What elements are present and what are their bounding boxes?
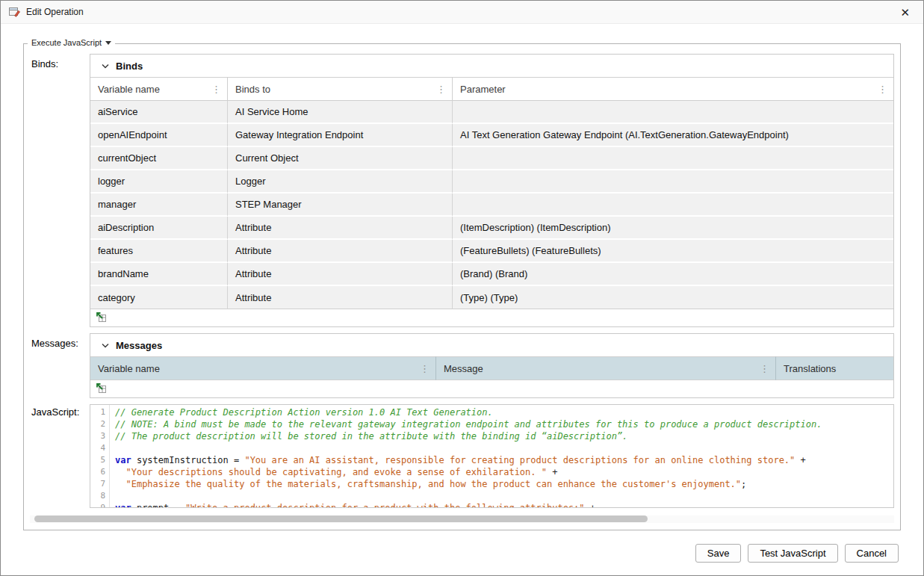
binds-panel: Binds Variable name⋮ Binds to⋮ xyxy=(90,54,894,327)
column-label: Translations xyxy=(784,363,836,374)
dialog-footer: Save Test JavaScript Cancel xyxy=(1,530,923,575)
table-row: aiServiceAI Service Home xyxy=(90,101,893,124)
code-line[interactable]: // Generate Product Description Action v… xyxy=(115,406,893,418)
column-menu-icon[interactable]: ⋮ xyxy=(873,84,887,95)
cell-binds-to[interactable]: Logger xyxy=(227,170,452,193)
code-lines[interactable]: // Generate Product Description Action v… xyxy=(110,405,893,507)
code-line[interactable]: var prompt = "Write a product descriptio… xyxy=(115,502,893,507)
cell-parameter[interactable]: (Type) (Type) xyxy=(452,286,893,309)
column-label: Binds to xyxy=(235,84,270,95)
messages-section-toggle[interactable]: Messages xyxy=(90,334,893,356)
javascript-code-editor[interactable]: 123456789 // Generate Product Descriptio… xyxy=(90,404,894,508)
cell-variable-name[interactable]: currentObject xyxy=(90,147,227,170)
binds-table-body: aiServiceAI Service HomeopenAIEndpointGa… xyxy=(90,101,893,309)
cell-binds-to[interactable]: Current Object xyxy=(227,147,452,170)
chevron-down-icon xyxy=(102,64,109,69)
horizontal-scrollbar[interactable] xyxy=(30,515,894,523)
messages-table: Variable name⋮ Message⋮ Translations xyxy=(90,356,893,380)
operation-type-dropdown[interactable]: Execute JavaScript xyxy=(28,38,115,47)
cell-variable-name[interactable]: aiService xyxy=(90,101,227,124)
cell-binds-to[interactable]: Attribute xyxy=(227,217,452,240)
cell-parameter[interactable] xyxy=(452,193,893,217)
table-row: aiDescriptionAttribute(ItemDescription) … xyxy=(90,217,893,240)
cell-variable-name[interactable]: manager xyxy=(90,193,227,217)
cell-parameter[interactable]: AI Text Generation Gateway Endpoint (AI.… xyxy=(452,124,893,147)
binds-icon-strip xyxy=(90,309,893,326)
save-button[interactable]: Save xyxy=(695,544,742,563)
binds-section-toggle[interactable]: Binds xyxy=(90,55,893,77)
column-label: Message xyxy=(444,363,483,374)
line-number-gutter: 123456789 xyxy=(90,405,110,507)
column-menu-icon[interactable]: ⋮ xyxy=(207,84,221,95)
cell-parameter[interactable]: (FeatureBullets) (FeatureBullets) xyxy=(452,240,893,263)
column-header-message[interactable]: Message⋮ xyxy=(435,356,775,380)
cell-parameter[interactable] xyxy=(452,147,893,170)
messages-header-row: Variable name⋮ Message⋮ Translations xyxy=(90,356,893,380)
code-line[interactable]: "Your descriptions should be captivating… xyxy=(115,466,893,478)
export-table-icon[interactable] xyxy=(96,383,107,394)
column-header-parameter[interactable]: Parameter⋮ xyxy=(452,77,893,101)
code-line[interactable]: var systemInstruction = "You are an AI a… xyxy=(115,454,893,466)
test-javascript-button[interactable]: Test JavaScript xyxy=(748,544,837,563)
line-number: 6 xyxy=(90,466,109,478)
binds-section-row: Binds: Binds xyxy=(31,54,894,327)
code-line[interactable]: // The product description will be store… xyxy=(115,430,893,442)
chevron-down-icon xyxy=(102,343,109,348)
column-header-variable-name[interactable]: Variable name⋮ xyxy=(90,356,435,380)
line-number: 3 xyxy=(90,430,109,442)
column-label: Variable name xyxy=(98,363,160,374)
cell-parameter[interactable] xyxy=(452,101,893,124)
line-number: 9 xyxy=(90,502,109,508)
cell-variable-name[interactable]: features xyxy=(90,240,227,263)
cancel-button[interactable]: Cancel xyxy=(845,544,899,563)
messages-field-label: Messages: xyxy=(31,333,90,398)
column-header-translations[interactable]: Translations xyxy=(775,356,893,380)
line-number: 2 xyxy=(90,418,109,430)
line-number: 5 xyxy=(90,454,109,466)
operation-type-label: Execute JavaScript xyxy=(31,38,102,47)
scrollbar-thumb[interactable] xyxy=(34,515,648,522)
column-menu-icon[interactable]: ⋮ xyxy=(415,363,430,374)
cell-variable-name[interactable]: openAIEndpoint xyxy=(90,124,227,147)
cell-binds-to[interactable]: Attribute xyxy=(227,240,452,263)
column-menu-icon[interactable]: ⋮ xyxy=(755,363,769,374)
cell-parameter[interactable] xyxy=(452,170,893,193)
cell-binds-to[interactable]: STEP Manager xyxy=(227,193,452,217)
table-row: openAIEndpointGateway Integration Endpoi… xyxy=(90,124,893,147)
column-label: Parameter xyxy=(460,84,506,95)
line-number: 4 xyxy=(90,442,109,454)
column-header-variable-name[interactable]: Variable name⋮ xyxy=(90,77,227,101)
edit-operation-dialog: Edit Operation ✕ Execute JavaScript Bind… xyxy=(0,0,924,576)
operation-groupbox: Execute JavaScript Binds: Binds xyxy=(23,43,901,530)
code-line[interactable] xyxy=(115,490,893,502)
line-number: 7 xyxy=(90,478,109,490)
export-table-icon[interactable] xyxy=(96,312,107,323)
cell-binds-to[interactable]: Attribute xyxy=(227,263,452,286)
javascript-field-label: JavaScript: xyxy=(31,404,90,508)
binds-field-label: Binds: xyxy=(31,54,90,327)
code-line[interactable]: "Emphasize the quality of the materials,… xyxy=(115,478,893,490)
code-line[interactable] xyxy=(115,442,893,454)
cell-variable-name[interactable]: brandName xyxy=(90,263,227,286)
javascript-section-row: JavaScript: 123456789 // Generate Produc… xyxy=(31,404,894,508)
binds-section-title: Binds xyxy=(116,61,143,72)
messages-icon-strip xyxy=(90,380,893,397)
line-number: 8 xyxy=(90,490,109,502)
close-icon[interactable]: ✕ xyxy=(894,5,916,19)
table-row: loggerLogger xyxy=(90,170,893,193)
cell-binds-to[interactable]: Gateway Integration Endpoint xyxy=(227,124,452,147)
code-line[interactable]: // NOTE: A bind must be made to the rele… xyxy=(115,418,893,430)
cell-binds-to[interactable]: Attribute xyxy=(227,286,452,309)
column-menu-icon[interactable]: ⋮ xyxy=(432,84,446,95)
binds-table: Variable name⋮ Binds to⋮ Parameter⋮ xyxy=(90,77,893,309)
messages-section-title: Messages xyxy=(116,340,162,351)
cell-parameter[interactable]: (Brand) (Brand) xyxy=(452,263,893,286)
cell-variable-name[interactable]: category xyxy=(90,286,227,309)
column-header-binds-to[interactable]: Binds to⋮ xyxy=(227,77,452,101)
cell-variable-name[interactable]: aiDescription xyxy=(90,217,227,240)
cell-variable-name[interactable]: logger xyxy=(90,170,227,193)
cell-parameter[interactable]: (ItemDescription) (ItemDescription) xyxy=(452,217,893,240)
cell-binds-to[interactable]: AI Service Home xyxy=(227,101,452,124)
table-row: brandNameAttribute(Brand) (Brand) xyxy=(90,263,893,286)
binds-header-row: Variable name⋮ Binds to⋮ Parameter⋮ xyxy=(90,77,893,101)
